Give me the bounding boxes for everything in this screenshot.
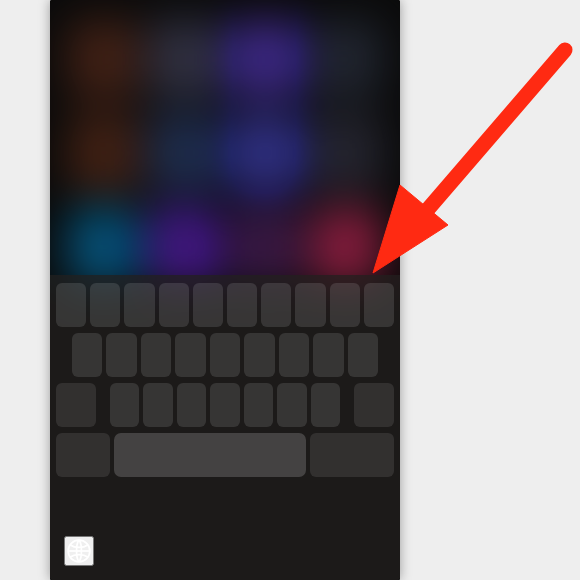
key-p[interactable] bbox=[364, 283, 394, 327]
key-u[interactable] bbox=[261, 283, 291, 327]
backspace-key[interactable] bbox=[354, 383, 394, 427]
key-f[interactable] bbox=[175, 333, 205, 377]
key-n[interactable] bbox=[277, 383, 306, 427]
key-x[interactable] bbox=[143, 383, 172, 427]
keyboard-bottom-bar bbox=[50, 510, 400, 580]
phone-screen bbox=[50, 0, 400, 580]
key-w[interactable] bbox=[90, 283, 120, 327]
keyboard-row-3 bbox=[54, 383, 396, 427]
key-k[interactable] bbox=[313, 333, 343, 377]
key-y[interactable] bbox=[227, 283, 257, 327]
key-j[interactable] bbox=[279, 333, 309, 377]
key-h[interactable] bbox=[244, 333, 274, 377]
key-s[interactable] bbox=[106, 333, 136, 377]
return-key[interactable] bbox=[310, 433, 394, 477]
key-v[interactable] bbox=[210, 383, 239, 427]
keyboard bbox=[50, 275, 400, 580]
shift-key[interactable] bbox=[56, 383, 96, 427]
keyboard-row-4 bbox=[54, 433, 396, 477]
key-z[interactable] bbox=[110, 383, 139, 427]
key-m[interactable] bbox=[311, 383, 340, 427]
globe-icon[interactable] bbox=[64, 536, 94, 566]
key-d[interactable] bbox=[141, 333, 171, 377]
key-g[interactable] bbox=[210, 333, 240, 377]
key-l[interactable] bbox=[348, 333, 378, 377]
key-i[interactable] bbox=[295, 283, 325, 327]
key-b[interactable] bbox=[244, 383, 273, 427]
key-t[interactable] bbox=[193, 283, 223, 327]
key-e[interactable] bbox=[124, 283, 154, 327]
key-r[interactable] bbox=[159, 283, 189, 327]
svg-line-1 bbox=[410, 50, 565, 230]
space-key[interactable] bbox=[114, 433, 306, 477]
keyboard-row-1 bbox=[54, 283, 396, 327]
key-c[interactable] bbox=[177, 383, 206, 427]
key-a[interactable] bbox=[72, 333, 102, 377]
keyboard-row-2 bbox=[54, 333, 396, 377]
numbers-key[interactable] bbox=[56, 433, 110, 477]
key-o[interactable] bbox=[330, 283, 360, 327]
key-q[interactable] bbox=[56, 283, 86, 327]
